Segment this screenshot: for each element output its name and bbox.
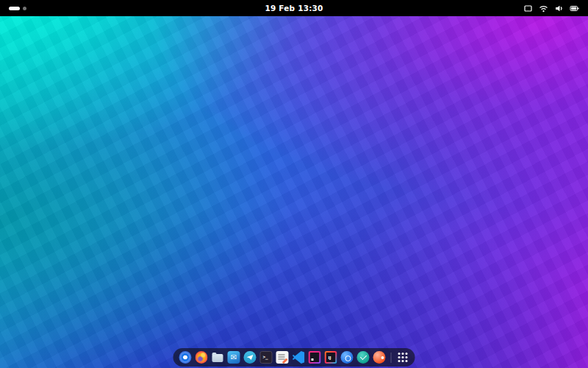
jetbrains-ide-icon xyxy=(309,351,321,364)
text-editor-icon xyxy=(276,351,289,364)
web-browser-icon xyxy=(341,351,354,364)
dock-item-mail[interactable] xyxy=(227,350,241,364)
screencast-icon[interactable] xyxy=(523,3,533,13)
clock-menu-button[interactable]: 19 Feb 13:30 xyxy=(265,0,323,16)
files-icon xyxy=(212,351,224,364)
workspace-dot-inactive xyxy=(23,7,26,10)
dock-separator xyxy=(391,353,392,363)
dock xyxy=(173,348,415,367)
dock-item-show-apps[interactable] xyxy=(396,350,410,364)
telegram-icon xyxy=(244,351,257,364)
terminal-icon xyxy=(260,351,273,364)
software-center-icon xyxy=(357,351,370,364)
dock-item-files[interactable] xyxy=(211,350,225,364)
workspace-indicator[interactable] xyxy=(7,0,28,16)
orange-circle-app-icon xyxy=(373,351,386,364)
desktop: 19 Feb 13:30 xyxy=(0,0,588,368)
dock-item-chromium[interactable] xyxy=(179,350,193,364)
dock-item-firefox[interactable] xyxy=(195,350,209,364)
top-bar: 19 Feb 13:30 xyxy=(0,0,588,16)
dock-item-terminal[interactable] xyxy=(259,350,273,364)
chromium-browser-icon xyxy=(179,351,192,364)
dock-item-intellij[interactable] xyxy=(324,350,338,364)
wifi-icon[interactable] xyxy=(538,3,548,13)
battery-icon[interactable] xyxy=(569,3,579,13)
intellij-idea-icon xyxy=(325,351,337,364)
show-apps-grid-icon xyxy=(397,351,409,364)
mail-icon xyxy=(228,351,240,364)
workspace-pill-active xyxy=(9,7,20,10)
dock-item-orange-app[interactable] xyxy=(373,350,387,364)
dock-item-software[interactable] xyxy=(356,350,370,364)
dock-item-telegram[interactable] xyxy=(243,350,257,364)
vscode-icon xyxy=(293,351,305,364)
dock-item-text-editor[interactable] xyxy=(276,350,290,364)
dock-item-jetbrains-ide[interactable] xyxy=(308,350,322,364)
volume-icon[interactable] xyxy=(553,3,564,13)
desktop-wallpaper xyxy=(0,0,588,368)
dock-item-web-browser[interactable] xyxy=(340,350,354,364)
system-status-area[interactable] xyxy=(521,0,581,16)
firefox-icon xyxy=(196,351,208,364)
dock-item-vscode[interactable] xyxy=(292,350,306,364)
